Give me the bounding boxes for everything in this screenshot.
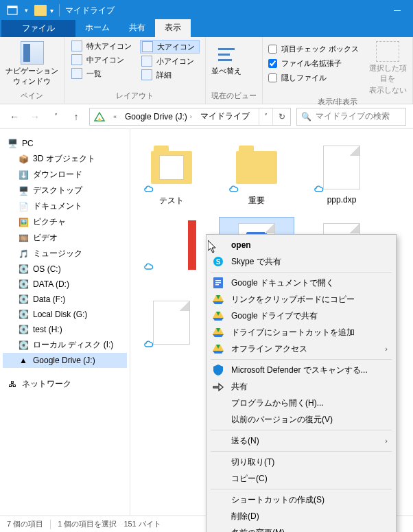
ctx-copy-link[interactable]: リンクをクリップボードにコピー bbox=[208, 291, 394, 308]
tree-item[interactable]: 🎞️ビデオ bbox=[3, 230, 127, 246]
layout-large[interactable]: 大アイコン bbox=[140, 40, 200, 54]
tree-item-label: デスクトップ bbox=[33, 185, 82, 196]
tree-item-label: test (H:) bbox=[33, 325, 62, 334]
ctx-open[interactable]: open bbox=[208, 237, 394, 253]
status-count: 7 個の項目 bbox=[7, 519, 43, 529]
tree-item[interactable]: 🎵ミュージック bbox=[3, 246, 127, 262]
ctx-share-google-drive[interactable]: Google ドライブで共有 bbox=[208, 308, 394, 324]
ribbon-group-show: 項目チェック ボックス ファイル名拡張子 隠しファイル 選択した項目を 表示しな… bbox=[263, 37, 413, 104]
check-item-checkboxes[interactable]: 項目チェック ボックス bbox=[268, 43, 359, 56]
divider bbox=[59, 4, 60, 16]
folder-item[interactable]: 重要 bbox=[220, 140, 294, 209]
file-item[interactable] bbox=[134, 218, 209, 287]
search-input[interactable]: 🔍 マイドライブの検索 bbox=[296, 108, 406, 126]
breadcrumb-folder[interactable]: マイドライブ bbox=[196, 111, 254, 122]
layout-extra-large[interactable]: 特大アイコン bbox=[70, 40, 136, 52]
checkbox-icon[interactable] bbox=[268, 59, 277, 68]
file-item[interactable]: ppp.dxp bbox=[305, 140, 379, 209]
ctx-copy[interactable]: コピー(C) bbox=[208, 470, 394, 487]
address-dropdown[interactable]: ˅ bbox=[259, 108, 272, 125]
ctx-cut[interactable]: 切り取り(T) bbox=[208, 454, 394, 470]
ctx-delete[interactable]: 削除(D) bbox=[208, 508, 394, 524]
ctx-send-to[interactable]: 送る(N)› bbox=[208, 432, 394, 449]
tree-item[interactable]: 🖥️デスクトップ bbox=[3, 183, 127, 198]
tree-item-icon: 🖼️ bbox=[18, 217, 29, 228]
ctx-share[interactable]: 共有 bbox=[208, 378, 394, 395]
chevron-down-icon[interactable]: ▾ bbox=[50, 7, 54, 14]
svg-rect-2 bbox=[394, 10, 401, 11]
tree-item-icon: 💽 bbox=[18, 309, 29, 320]
tree-item[interactable]: 💽Local Disk (G:) bbox=[3, 307, 127, 322]
file-item[interactable] bbox=[134, 295, 209, 353]
tree-pc[interactable]: 🖥️ PC bbox=[3, 136, 127, 151]
ctx-defender-scan[interactable]: Microsoft Defender でスキャンする... bbox=[208, 362, 394, 378]
back-button[interactable]: ← bbox=[7, 109, 22, 124]
breadcrumb[interactable]: « Google Drive (J:)› マイドライブ ˅ ↻ bbox=[89, 108, 291, 126]
tab-share[interactable]: 共有 bbox=[119, 19, 155, 37]
tree-item[interactable]: 💽Data (F:) bbox=[3, 292, 127, 307]
tree-item-icon: 💽 bbox=[18, 279, 29, 290]
tab-view[interactable]: 表示 bbox=[155, 19, 191, 37]
tab-home[interactable]: ホーム bbox=[75, 19, 119, 37]
ctx-rename[interactable]: 名前の変更(M) bbox=[208, 524, 394, 532]
refresh-button[interactable]: ↻ bbox=[272, 108, 290, 125]
tree-item[interactable]: 💽test (H:) bbox=[3, 322, 127, 337]
explorer-icon[interactable] bbox=[4, 3, 21, 18]
navigation-pane-label: ナビゲーション ウィンドウ bbox=[5, 66, 58, 86]
checkbox-icon[interactable] bbox=[268, 73, 277, 82]
tree-item[interactable]: 📄ドキュメント bbox=[3, 198, 127, 214]
divider bbox=[211, 489, 392, 489]
tree-item-label: ドキュメント bbox=[33, 200, 82, 212]
ctx-add-shortcut-drive[interactable]: ドライブにショートカットを追加 bbox=[208, 324, 394, 340]
tree-item[interactable]: 📦3D オブジェクト bbox=[3, 151, 127, 167]
layout-list[interactable]: 一覧 bbox=[70, 67, 136, 80]
ctx-previous-versions[interactable]: 以前のバージョンの復元(V) bbox=[208, 411, 394, 428]
ctx-create-shortcut[interactable]: ショートカットの作成(S) bbox=[208, 491, 394, 508]
quick-access-toolbar: ▾ ▾ bbox=[0, 3, 54, 18]
ctx-offline-access[interactable]: オフライン アクセス› bbox=[208, 340, 394, 357]
svg-marker-17 bbox=[213, 318, 224, 321]
tree-network[interactable]: 🖧 ネットワーク bbox=[3, 376, 127, 392]
sort-button[interactable]: 並べ替え bbox=[211, 40, 241, 76]
tree-item-label: Google Drive (J:) bbox=[33, 356, 95, 365]
tree-item-label: 3D オブジェクト bbox=[33, 153, 95, 165]
checkbox-icon[interactable] bbox=[268, 45, 277, 54]
blank-icon bbox=[212, 510, 224, 522]
layout-details[interactable]: 詳細 bbox=[140, 69, 200, 81]
status-selection: 1 個の項目を選択 bbox=[58, 519, 117, 529]
tree-item-icon: 🎞️ bbox=[18, 233, 29, 244]
svg-marker-20 bbox=[213, 334, 224, 337]
layout-medium[interactable]: 中アイコン bbox=[70, 54, 136, 66]
breadcrumb-drive[interactable]: Google Drive (J:)› bbox=[121, 112, 196, 122]
ctx-open-google-docs[interactable]: Google ドキュメントで開く bbox=[208, 275, 394, 291]
svg-rect-10 bbox=[215, 282, 221, 284]
tree-item[interactable]: 💽OS (C:) bbox=[3, 262, 127, 277]
layout-small[interactable]: 小アイコン bbox=[140, 55, 200, 67]
folder-item[interactable]: テスト bbox=[134, 140, 209, 209]
tree-item[interactable]: 💽DATA (D:) bbox=[3, 277, 127, 292]
recent-dropdown[interactable]: ˅ bbox=[48, 109, 63, 124]
search-placeholder: マイドライブの検索 bbox=[316, 111, 390, 122]
tree-item[interactable]: 🖼️ピクチャ bbox=[3, 214, 127, 230]
ctx-skype-share[interactable]: SSkype で共有 bbox=[208, 253, 394, 270]
tree-item[interactable]: 💽ローカル ディスク (I:) bbox=[3, 337, 127, 353]
tree-item-label: DATA (D:) bbox=[33, 279, 69, 289]
tab-file[interactable]: ファイル bbox=[1, 20, 75, 37]
tree-item[interactable]: ▲Google Drive (J:) bbox=[3, 353, 127, 368]
navigation-pane-button[interactable]: ナビゲーション ウィンドウ bbox=[5, 40, 58, 86]
tree-item-icon: 💽 bbox=[18, 340, 29, 351]
cloud-icon bbox=[143, 262, 156, 271]
tree-item[interactable]: ⬇️ダウンロード bbox=[3, 167, 127, 183]
divider bbox=[50, 520, 51, 529]
up-button[interactable]: ↑ bbox=[69, 109, 84, 124]
file-label: ppp.dxp bbox=[327, 195, 357, 205]
check-hidden-files[interactable]: 隠しファイル bbox=[268, 71, 359, 84]
check-file-ext[interactable]: ファイル名拡張子 bbox=[268, 57, 359, 70]
forward-button[interactable]: → bbox=[27, 109, 43, 124]
minimize-button[interactable] bbox=[381, 0, 413, 21]
qat-dropdown[interactable]: ▾ bbox=[21, 3, 31, 18]
ctx-open-with[interactable]: プログラムから開く(H)... bbox=[208, 395, 394, 411]
group-label-layout: レイアウト bbox=[70, 89, 200, 102]
group-label-showhide: 表示/非表示 bbox=[268, 95, 407, 108]
breadcrumb-root-sep[interactable]: « bbox=[109, 113, 121, 120]
